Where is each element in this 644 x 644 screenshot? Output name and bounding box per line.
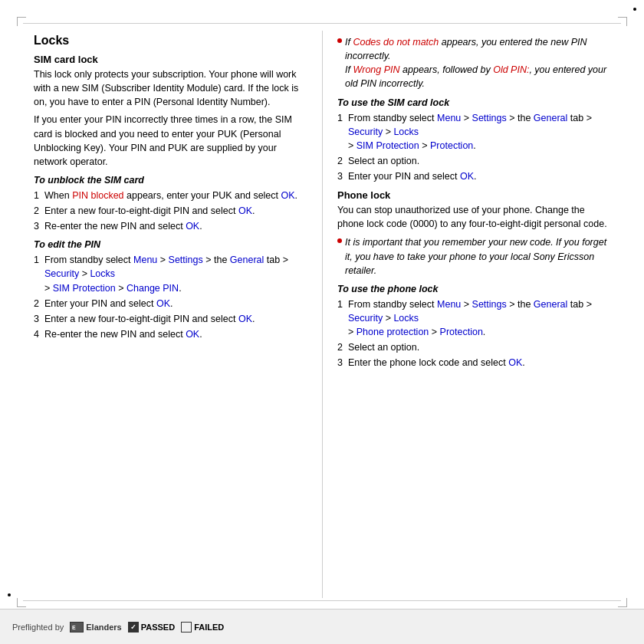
svg-text:E: E xyxy=(72,625,76,630)
elanders-label: Elanders xyxy=(86,623,121,632)
link-security-3: Security xyxy=(348,313,383,324)
preflight-text: Preflighted by xyxy=(12,623,64,632)
sim-lock-steps-list: 1 From standby select Menu > Settings > … xyxy=(337,111,610,184)
unblock-steps-list: 1 When PIN blocked appears, enter your P… xyxy=(34,189,307,233)
link-menu-2: Menu xyxy=(437,113,461,123)
edit-step-4: 4 Re-enter the new PIN and select OK. xyxy=(34,327,307,341)
link-ok-6: OK xyxy=(186,329,199,340)
link-sim-protection-1: SIM Protection xyxy=(53,283,116,294)
phone-step-3: 3 Enter the phone lock code and select O… xyxy=(337,356,610,370)
step-num: 4 xyxy=(34,327,39,341)
link-ok-8: OK xyxy=(508,357,522,368)
link-locks-2: Locks xyxy=(393,127,419,137)
top-border xyxy=(23,23,621,24)
corner-mark-tl xyxy=(17,17,26,26)
link-pin-blocked: PIN blocked xyxy=(72,190,123,201)
link-ok-4: OK xyxy=(156,298,170,309)
failed-check-icon xyxy=(181,622,192,632)
note-dot-2 xyxy=(337,238,342,243)
step-num: 2 xyxy=(337,340,343,354)
link-general-3: General xyxy=(534,299,567,310)
unblock-step-2: 2 Enter a new four-to-eight-digit PIN an… xyxy=(34,204,307,218)
step-num: 1 xyxy=(337,111,343,125)
failed-label: FAILED xyxy=(194,623,224,632)
link-codes-not-match: Codes do not match xyxy=(353,37,439,48)
sim-step-3: 3 Enter your PIN and select OK. xyxy=(337,169,610,183)
phone-lock-steps-list: 1 From standby select Menu > Settings > … xyxy=(337,297,610,370)
edit-step-3: 3 Enter a new four-to-eight-digit PIN an… xyxy=(34,312,307,326)
link-ok-5: OK xyxy=(238,314,252,324)
link-phone-protection: Phone protection xyxy=(356,327,429,337)
phone-step-2: 2 Select an option. xyxy=(337,340,610,354)
step-num: 3 xyxy=(337,169,343,183)
link-settings-3: Settings xyxy=(472,299,507,310)
section-title-locks: Locks xyxy=(34,34,307,48)
link-old-pin: Old PIN: xyxy=(493,64,529,75)
note-block-2: It is important that you remember your n… xyxy=(337,235,610,277)
corner-dot-tr xyxy=(633,8,636,11)
link-locks-1: Locks xyxy=(90,268,115,279)
italic-title-use-sim: To use the SIM card lock xyxy=(337,97,610,108)
step-num: 1 xyxy=(34,189,39,202)
right-column: If Codes do not match appears, you enter… xyxy=(322,31,610,598)
link-protection-1: Protection xyxy=(430,140,473,151)
elanders-icon: E xyxy=(70,622,84,632)
link-menu-1: Menu xyxy=(133,255,157,265)
phone-step-1: 1 From standby select Menu > Settings > … xyxy=(337,297,610,339)
link-general-1: General xyxy=(230,255,264,265)
edit-step-1: 1 From standby select Menu > Settings > … xyxy=(34,253,307,294)
link-general-2: General xyxy=(534,113,567,123)
sim-step-2: 2 Select an option. xyxy=(337,154,610,168)
step-num: 1 xyxy=(337,297,343,311)
main-content: Locks SIM card lock This lock only prote… xyxy=(34,31,610,598)
note-text-2: It is important that you remember your n… xyxy=(345,235,610,277)
italic-title-edit-pin: To edit the PIN xyxy=(34,239,307,250)
left-column: Locks SIM card lock This lock only prote… xyxy=(34,31,322,598)
link-security-1: Security xyxy=(44,268,79,279)
subsection-title-sim-card-lock: SIM card lock xyxy=(34,54,307,65)
link-wrong-pin: Wrong PIN xyxy=(353,64,399,75)
edit-step-2: 2 Enter your PIN and select OK. xyxy=(34,297,307,310)
body-text-phone-lock: You can stop unauthorized use of your ph… xyxy=(337,203,610,231)
step-num: 2 xyxy=(34,204,39,218)
italic-title-use-phone-lock: To use the phone lock xyxy=(337,284,610,294)
note-text-1: If Codes do not match appears, you enter… xyxy=(345,35,610,91)
link-security-2: Security xyxy=(348,127,383,137)
passed-check-icon: ✓ xyxy=(128,622,139,632)
page-wrapper: Locks SIM card lock This lock only prote… xyxy=(0,0,644,644)
link-sim-protection-2: SIM Protection xyxy=(356,140,419,151)
sim-step-1: 1 From standby select Menu > Settings > … xyxy=(337,111,610,153)
step-num: 2 xyxy=(34,297,39,310)
passed-label: PASSED xyxy=(141,623,175,632)
step-num: 3 xyxy=(34,219,39,233)
step-num: 2 xyxy=(337,154,343,168)
italic-title-unblock: To unblock the SIM card xyxy=(34,175,307,186)
body-text-sim-lock-1: This lock only protects your subscriptio… xyxy=(34,67,307,109)
note-dot-1 xyxy=(337,38,342,43)
unblock-step-3: 3 Re-enter the new PIN and select OK. xyxy=(34,219,307,233)
corner-mark-tr xyxy=(618,17,627,26)
link-ok-3: OK xyxy=(186,221,199,232)
link-locks-3: Locks xyxy=(393,313,419,324)
corner-mark-bl xyxy=(17,598,26,607)
corner-dot-bl xyxy=(8,593,11,596)
step-num: 1 xyxy=(34,253,39,267)
note-block-1: If Codes do not match appears, you enter… xyxy=(337,35,610,91)
bottom-border xyxy=(23,600,621,601)
edit-pin-steps-list: 1 From standby select Menu > Settings > … xyxy=(34,253,307,341)
link-settings-2: Settings xyxy=(472,113,507,123)
link-ok-7: OK xyxy=(460,171,474,182)
link-ok-2: OK xyxy=(238,205,252,216)
link-protection-2: Protection xyxy=(440,327,483,337)
body-text-sim-lock-2: If you enter your PIN incorrectly three … xyxy=(34,113,307,169)
link-change-pin: Change PIN xyxy=(127,283,179,294)
link-settings-1: Settings xyxy=(169,255,203,265)
step-num: 3 xyxy=(34,312,39,326)
subsection-title-phone-lock: Phone lock xyxy=(337,189,610,201)
link-ok-1: OK xyxy=(281,190,295,201)
corner-mark-br xyxy=(618,598,627,607)
link-menu-3: Menu xyxy=(437,299,461,310)
step-num: 3 xyxy=(337,356,343,370)
preflight-bar: Preflighted by E Elanders ✓ PASSED FAILE… xyxy=(0,609,644,644)
unblock-step-1: 1 When PIN blocked appears, enter your P… xyxy=(34,189,307,202)
